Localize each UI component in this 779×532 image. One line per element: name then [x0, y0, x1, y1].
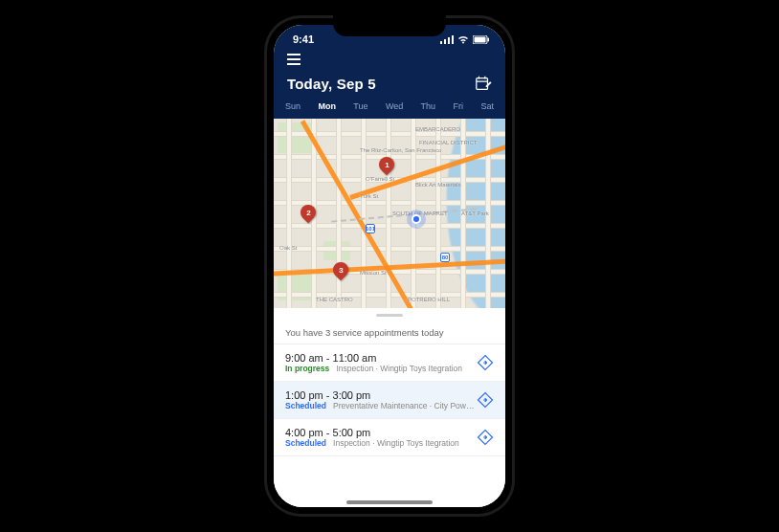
- map-label: Mission St: [360, 270, 387, 276]
- day-tab-tue[interactable]: Tue: [353, 101, 367, 111]
- page-title: Today, Sep 5: [287, 76, 376, 92]
- current-location-icon: [412, 214, 421, 224]
- menu-button[interactable]: [287, 54, 300, 65]
- appointment-time: 1:00 pm - 3:00 pm: [285, 389, 477, 401]
- directions-icon[interactable]: [477, 391, 494, 409]
- directions-icon[interactable]: [477, 354, 494, 371]
- map-label: POTRERO HILL: [408, 297, 450, 302]
- status-badge: Scheduled: [285, 401, 326, 410]
- day-selector: SunMonTueWedThuFriSat: [274, 101, 505, 119]
- day-tab-thu[interactable]: Thu: [421, 101, 436, 111]
- day-tab-sat[interactable]: Sat: [480, 101, 494, 111]
- phone-frame: 9:41 Today, Sep 5: [264, 15, 515, 517]
- calendar-button[interactable]: [475, 75, 492, 92]
- cellular-icon: [440, 35, 454, 44]
- map-label: Oak St: [279, 245, 297, 251]
- appointment-item[interactable]: 4:00 pm - 5:00 pmScheduled Inspection · …: [274, 419, 505, 456]
- map-label: FINANCIAL DISTRICT: [419, 140, 477, 145]
- home-indicator[interactable]: [346, 500, 433, 504]
- route-shield-icon: 101: [366, 224, 375, 233]
- status-time: 9:41: [293, 33, 314, 45]
- sheet-handle[interactable]: [274, 308, 505, 321]
- wifi-icon: [457, 35, 469, 44]
- map-label: Turk St: [360, 193, 378, 199]
- appointment-detail: Scheduled Inspection · Wingtip Toys Iteg…: [285, 438, 477, 448]
- screen: 9:41 Today, Sep 5: [274, 25, 505, 507]
- map-label: AT&T Park: [461, 211, 489, 216]
- map-label: Blick Art Materials: [415, 182, 461, 188]
- appointment-item[interactable]: 9:00 am - 11:00 amIn progress Inspection…: [274, 344, 505, 382]
- day-tab-wed[interactable]: Wed: [386, 101, 403, 111]
- route-shield-icon: 80: [440, 253, 450, 262]
- appointment-time: 9:00 am - 11:00 am: [285, 352, 477, 364]
- map-label: O'Farrell St: [366, 176, 394, 182]
- app-header: 9:41 Today, Sep 5: [274, 25, 505, 119]
- status-badge: Scheduled: [285, 438, 326, 448]
- day-tab-sun[interactable]: Sun: [285, 101, 300, 111]
- phone-notch: [333, 15, 446, 36]
- appointments-list: 9:00 am - 11:00 amIn progress Inspection…: [274, 344, 505, 507]
- map-label: The Ritz-Carlton, San Francisco: [360, 147, 441, 153]
- map-label: EMBARCADERO: [415, 126, 460, 132]
- battery-icon: [473, 35, 490, 44]
- top-bar: [274, 48, 505, 69]
- svg-rect-1: [475, 36, 486, 42]
- map-view[interactable]: EMBARCADEROFINANCIAL DISTRICTThe Ritz-Ca…: [274, 119, 505, 308]
- day-tab-mon[interactable]: Mon: [318, 101, 336, 111]
- appointment-item[interactable]: 1:00 pm - 3:00 pmScheduled Preventative …: [274, 382, 505, 419]
- svg-rect-3: [477, 78, 488, 90]
- appointment-detail: Scheduled Preventative Maintenance · Cit…: [285, 401, 477, 410]
- map-label: THE CASTRO: [316, 297, 353, 302]
- status-icons: [440, 35, 490, 44]
- appointments-summary: You have 3 service appointments today: [274, 321, 505, 344]
- directions-icon[interactable]: [477, 429, 494, 446]
- day-tab-fri[interactable]: Fri: [454, 101, 464, 111]
- appointment-detail: In progress Inspection · Wingtip Toys It…: [285, 364, 477, 373]
- map-pin-3[interactable]: 3: [330, 259, 352, 281]
- appointment-time: 4:00 pm - 5:00 pm: [285, 427, 477, 438]
- status-badge: In progress: [285, 364, 329, 373]
- svg-rect-2: [488, 37, 490, 41]
